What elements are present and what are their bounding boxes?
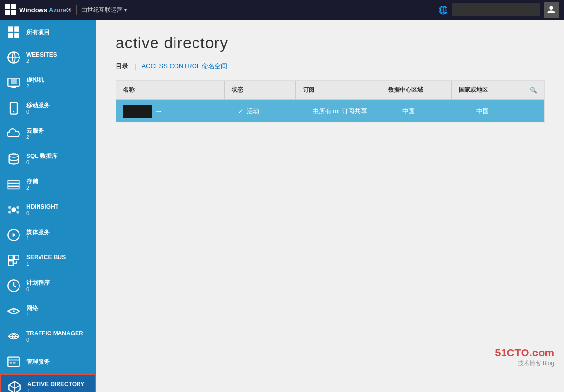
topbar: Windows Azure® 由世纪互联运营 ▾ 🌐: [0, 0, 564, 20]
sidebar-item-label: 虚拟机: [26, 77, 44, 83]
sidebar-item-label: 所有项目: [26, 29, 50, 36]
col-header-region: 数据中心区域: [381, 81, 452, 99]
sidebar-item-scheduler[interactable]: 计划程序 0: [0, 273, 96, 298]
watermark: 51CTO.com 技术博客 Blog: [495, 347, 554, 368]
sidebar-item-sql[interactable]: SQL 数据库 0: [0, 146, 96, 172]
topbar-divider: [76, 5, 77, 15]
svg-rect-2: [8, 33, 13, 38]
sidebar-item-admin[interactable]: 管理服务: [0, 349, 96, 374]
svg-point-17: [16, 211, 19, 214]
sidebar-item-cloud[interactable]: 云服务 2: [0, 121, 96, 146]
media-icon: [6, 227, 21, 243]
svg-rect-6: [11, 79, 17, 84]
sidebar-item-count: 0: [26, 109, 50, 115]
watermark-main: 51CTO.com: [495, 347, 554, 359]
sidebar-item-count: 1: [26, 261, 66, 267]
logo-area: Windows Azure®: [5, 4, 71, 15]
activedir-icon: [7, 379, 22, 392]
svg-point-24: [7, 310, 10, 313]
sidebar-item-label: WEBSITES: [26, 51, 57, 58]
svg-rect-1: [14, 26, 19, 32]
sidebar-item-label: 管理服务: [26, 358, 50, 365]
main-layout: 所有项目 WEBSITES 2 虚拟机 2: [0, 20, 564, 392]
db-icon: [6, 151, 21, 167]
sidebar-item-hdinsight[interactable]: HDINSIGHT 0: [0, 197, 96, 222]
cell-region: 中国: [395, 102, 470, 120]
sidebar-item-label: 媒体服务: [26, 229, 50, 235]
breadcrumb-label: 目录: [116, 62, 128, 71]
svg-rect-22: [9, 261, 13, 265]
sidebar-item-label: SERVICE BUS: [26, 254, 66, 261]
globe-icon[interactable]: 🌐: [438, 5, 448, 15]
hdinsight-icon: [6, 202, 21, 217]
table-row[interactable]: → ✓ 活动 由所有 mi 订阅共享 中国 中国: [116, 100, 544, 123]
cell-status: ✓ 活动: [231, 102, 306, 120]
page-title: active directory: [116, 34, 545, 52]
sidebar-item-count: 1: [26, 312, 38, 317]
admin-icon: [6, 354, 21, 370]
sidebar-item-vm[interactable]: 虚拟机 2: [0, 70, 96, 96]
svg-rect-10: [8, 181, 19, 183]
sidebar: 所有项目 WEBSITES 2 虚拟机 2: [0, 20, 96, 392]
sidebar-item-mobile[interactable]: 移动服务 0: [0, 96, 96, 121]
sidebar-item-websites[interactable]: WEBSITES 2: [0, 45, 96, 70]
status-check-icon: ✓: [238, 107, 244, 115]
sidebar-item-storage[interactable]: 存储 2: [0, 172, 96, 197]
svg-rect-20: [9, 255, 13, 260]
sidebar-item-label: 计划程序: [26, 279, 50, 286]
sidebar-item-all[interactable]: 所有项目: [0, 20, 96, 45]
svg-point-14: [8, 206, 11, 209]
col-header-sub: 订阅: [296, 81, 381, 99]
sidebar-item-count: 2: [26, 58, 57, 64]
data-table: 名称 状态 订阅 数据中心区域 国家或地区 🔍 → ✓ 活动 由所有 mi 订阅…: [116, 80, 545, 123]
sidebar-item-label: ACTIVE DIRECTORY: [27, 381, 84, 388]
user-avatar[interactable]: [544, 2, 559, 18]
breadcrumb-link[interactable]: ACCESS CONTROL 命名空间: [141, 62, 227, 71]
search-input[interactable]: [452, 3, 540, 16]
sidebar-item-label: TRAFFIC MANAGER: [26, 330, 83, 337]
row-arrow-icon: →: [155, 107, 163, 116]
traffic-icon: [6, 329, 21, 344]
sidebar-item-count: 2: [26, 134, 44, 140]
sidebar-item-count: 2: [26, 185, 38, 191]
company-dropdown-icon[interactable]: ▾: [124, 7, 127, 13]
cell-subscription: 由所有 mi 订阅共享: [306, 102, 395, 120]
svg-point-26: [13, 310, 15, 312]
cell-name: →: [116, 100, 231, 122]
col-header-search[interactable]: 🔍: [523, 81, 544, 99]
sidebar-item-network[interactable]: 网络 1: [0, 298, 96, 324]
sidebar-item-activedirectory[interactable]: ACTIVE DIRECTORY 1: [0, 374, 96, 392]
status-value: 活动: [247, 107, 259, 116]
svg-point-25: [18, 310, 20, 313]
sidebar-item-label: SQL 数据库: [26, 153, 58, 159]
windows-logo-icon: [5, 4, 16, 15]
svg-point-8: [13, 111, 14, 112]
content-area: active directory 目录 | ACCESS CONTROL 命名空…: [96, 20, 564, 392]
sidebar-item-count: 0: [26, 159, 58, 165]
cloud-icon: [6, 126, 21, 141]
sidebar-item-label: HDINSIGHT: [26, 203, 58, 210]
sidebar-item-count: 1: [26, 235, 50, 241]
company-name: 由世纪互联运营: [81, 6, 122, 14]
name-block: [123, 105, 152, 118]
mobile-icon: [6, 100, 21, 116]
sidebar-item-count: 0: [26, 210, 58, 216]
sidebar-item-count: 2: [26, 83, 44, 89]
watermark-sub: 技术博客 Blog: [495, 359, 554, 368]
svg-point-9: [9, 154, 19, 157]
sidebar-item-label: 云服务: [26, 127, 44, 134]
svg-rect-30: [10, 362, 12, 364]
svg-rect-12: [8, 187, 19, 189]
vm-icon: [6, 75, 21, 91]
servicebus-icon: [6, 253, 21, 268]
sidebar-item-servicebus[interactable]: SERVICE BUS 1: [0, 248, 96, 273]
svg-rect-0: [8, 26, 13, 32]
svg-rect-11: [8, 184, 19, 186]
breadcrumb-separator: |: [134, 63, 136, 70]
svg-rect-3: [14, 33, 19, 38]
svg-rect-31: [13, 362, 16, 364]
sidebar-item-count: 1: [27, 388, 84, 392]
sidebar-item-traffic[interactable]: TRAFFIC MANAGER 0: [0, 324, 96, 349]
topbar-right: 🌐: [438, 2, 559, 18]
sidebar-item-media[interactable]: 媒体服务 1: [0, 222, 96, 248]
